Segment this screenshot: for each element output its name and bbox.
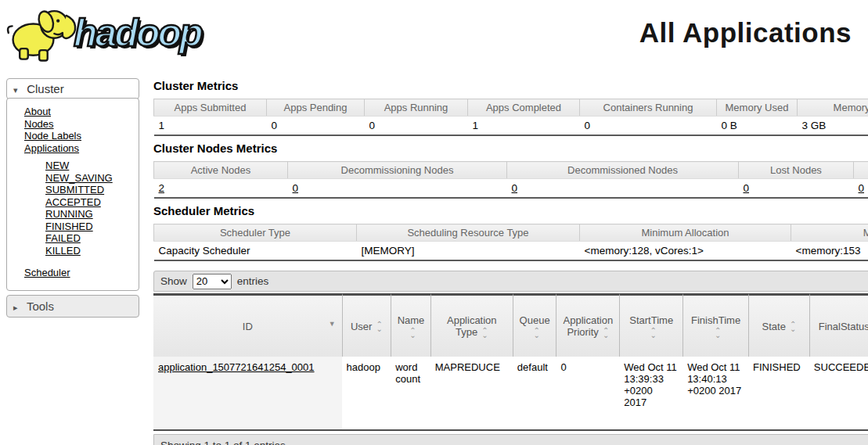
col-apps-completed: Apps Completed: [468, 99, 580, 117]
tools-section-label: Tools: [27, 300, 54, 313]
sort-both-icon: ⌃⌄: [481, 328, 488, 338]
lost-nodes-link[interactable]: 0: [744, 182, 750, 194]
name-header-label: Name: [398, 314, 425, 326]
user-header-label: User: [351, 321, 372, 332]
finishtime-header-label: FinishTime: [691, 314, 740, 326]
sidebar-sublink-new-saving[interactable]: NEW_SAVING: [45, 172, 135, 185]
applications-datatable: Show 20 entries ID ▼ User⌃⌄ Name⌃⌄ Appli…: [153, 271, 868, 445]
cluster-nav: About Nodes Node Labels Applications NEW…: [6, 98, 139, 291]
cluster-section-label: Cluster: [27, 82, 64, 95]
containers-running-value: 0: [580, 117, 717, 136]
sort-both-icon: ⌃⌄: [409, 328, 416, 338]
sort-both-icon: ⌃⌄: [376, 322, 382, 332]
cluster-metrics-row: 1 0 0 1 0 0 B 3 GB: [154, 117, 868, 136]
sort-header-finalstatus[interactable]: FinalStatus⌃⌄: [809, 293, 868, 357]
sidebar-sublink-submitted[interactable]: SUBMITTED: [45, 184, 135, 196]
sort-descending-icon: ▼: [329, 320, 336, 328]
hadoop-elephant-icon: [5, 2, 80, 64]
queue-header-label: Queue: [520, 314, 550, 326]
application-user: hadoop: [342, 357, 391, 431]
sidebar: ▾ Cluster About Nodes Node Labels Applic…: [6, 78, 139, 318]
application-queue: default: [513, 357, 556, 431]
application-id-link[interactable]: application_1507721641254_0001: [158, 361, 315, 373]
application-finalstatus: SUCCEEDED: [809, 357, 868, 431]
page-length-bar: Show 20 entries: [153, 271, 868, 292]
show-label: Show: [160, 275, 187, 287]
hadoop-logo: hadoop: [5, 2, 201, 64]
id-header-label: ID: [243, 321, 253, 332]
page-title: All Applications: [639, 17, 852, 48]
starttime-header-label: StartTime: [629, 314, 673, 326]
application-state: FINISHED: [748, 357, 809, 431]
col-active-nodes: Active Nodes: [154, 162, 288, 179]
sort-header-id[interactable]: ID ▼: [153, 293, 342, 357]
sidebar-link-about[interactable]: About: [24, 106, 135, 118]
applications-table: ID ▼ User⌃⌄ Name⌃⌄ Application Type⌃⌄ Qu…: [153, 293, 868, 431]
application-finishtime: Wed Oct 11 13:40:13 +0200 2017: [683, 357, 748, 431]
application-row: application_1507721641254_0001 hadoop wo…: [153, 357, 868, 431]
cluster-nodes-metrics-row: 2 0 0 0 0: [154, 179, 868, 199]
cluster-nodes-metrics-table: Active Nodes Decommissioning Nodes Decom…: [153, 161, 868, 199]
apps-running-value: 0: [365, 117, 468, 136]
scheduler-metrics-row: Capacity Scheduler [MEMORY] <memory:128,…: [154, 242, 868, 261]
maximum-allocation-value: <memory:153: [791, 242, 868, 261]
state-header-label: State: [762, 321, 786, 332]
sort-header-queue[interactable]: Queue⌃⌄: [513, 293, 556, 357]
application-type: MAPREDUCE: [430, 357, 513, 431]
cluster-nodes-metrics-title: Cluster Nodes Metrics: [153, 142, 868, 155]
finalstatus-header-label: FinalStatus: [819, 321, 868, 332]
applications-header-row: ID ▼ User⌃⌄ Name⌃⌄ Application Type⌃⌄ Qu…: [153, 293, 868, 357]
sidebar-sublink-killed[interactable]: KILLED: [45, 245, 135, 257]
sidebar-section-cluster[interactable]: ▾ Cluster: [6, 78, 139, 99]
active-nodes-link[interactable]: 2: [159, 182, 165, 194]
sidebar-link-nodes[interactable]: Nodes: [24, 118, 135, 131]
sort-header-finishtime[interactable]: FinishTime⌃⌄: [683, 293, 748, 357]
clipped-nodes-link[interactable]: 0: [859, 182, 865, 194]
cluster-metrics-title: Cluster Metrics: [153, 79, 868, 92]
scheduler-metrics-title: Scheduler Metrics: [153, 204, 868, 217]
memory-total-value: 3 GB: [798, 117, 868, 136]
caret-down-icon: ▾: [13, 85, 23, 95]
apps-completed-value: 1: [468, 117, 580, 136]
col-maximum-allocation: Maximum Allocation: [791, 224, 868, 242]
sort-both-icon: ⌃⌄: [533, 328, 539, 338]
apps-pending-value: 0: [267, 117, 365, 136]
apps-submitted-value: 1: [154, 117, 267, 136]
sidebar-link-scheduler[interactable]: Scheduler: [24, 267, 135, 279]
sort-header-name[interactable]: Name⌃⌄: [391, 293, 430, 357]
sort-header-starttime[interactable]: StartTime⌃⌄: [619, 293, 683, 357]
entries-label: entries: [237, 275, 269, 287]
scheduler-type-value: Capacity Scheduler: [154, 242, 357, 261]
col-apps-submitted: Apps Submitted: [154, 99, 267, 117]
col-lost-nodes: Lost Nodes: [739, 162, 854, 179]
main-content: Cluster Metrics Apps Submitted Apps Pend…: [153, 74, 868, 445]
page-length-select[interactable]: 20: [193, 274, 232, 289]
decommissioning-nodes-link[interactable]: 0: [293, 182, 299, 194]
sort-both-icon: ⌃⌄: [715, 328, 721, 338]
application-priority: 0: [556, 357, 619, 431]
memory-used-value: 0 B: [717, 117, 798, 136]
sidebar-sublink-finished[interactable]: FINISHED: [45, 221, 135, 233]
sidebar-sublink-accepted[interactable]: ACCEPTED: [45, 196, 135, 209]
sort-header-application-type[interactable]: Application Type⌃⌄: [430, 293, 513, 357]
caret-right-icon: ▸: [13, 303, 23, 313]
application-type-header-label: Application Type: [447, 314, 497, 338]
decommissioned-nodes-link[interactable]: 0: [512, 182, 518, 194]
cluster-metrics-table: Apps Submitted Apps Pending Apps Running…: [153, 99, 868, 136]
col-clipped: [854, 162, 868, 179]
applications-subnav: NEW NEW_SAVING SUBMITTED ACCEPTED RUNNIN…: [45, 160, 135, 257]
sidebar-section-tools[interactable]: ▸ Tools: [6, 295, 139, 318]
sort-header-application-priority[interactable]: Application Priority⌃⌄: [556, 293, 619, 357]
scheduling-resource-type-value: [MEMORY]: [357, 242, 580, 261]
col-decommissioned-nodes: Decommissioned Nodes: [507, 162, 739, 179]
sidebar-link-node-labels[interactable]: Node Labels: [24, 130, 135, 142]
application-starttime: Wed Oct 11 13:39:33 +0200 2017: [619, 357, 683, 431]
sidebar-sublink-new[interactable]: NEW: [45, 160, 135, 172]
sort-header-state[interactable]: State⌃⌄: [748, 293, 809, 357]
sidebar-sublink-running[interactable]: RUNNING: [45, 208, 135, 221]
sidebar-sublink-failed[interactable]: FAILED: [45, 232, 135, 245]
sidebar-link-applications[interactable]: Applications: [24, 142, 135, 155]
sort-header-user[interactable]: User⌃⌄: [342, 293, 391, 357]
col-memory-total: Memory Total: [798, 99, 868, 117]
col-minimum-allocation: Minimum Allocation: [580, 224, 791, 242]
